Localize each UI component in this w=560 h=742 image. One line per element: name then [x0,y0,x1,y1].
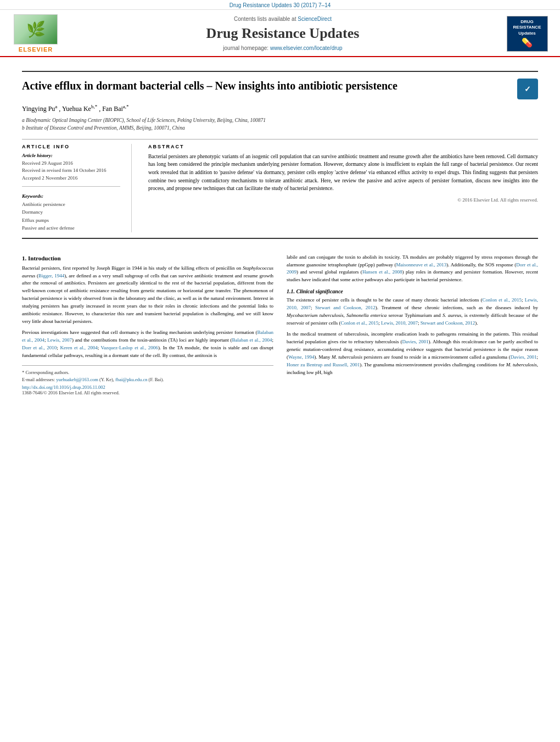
ref-stewart-2012[interactable]: Stewart and Cookson, 2012 [315,305,376,310]
article-rule-mid [22,139,538,140]
ref-balaban-2004b[interactable]: Balaban et al., 2004 [232,337,272,343]
article-title: Active efflux in dormant bacterial cells… [22,79,509,93]
section1-right-para1: labile and can conjugate the toxin to ab… [287,254,538,284]
section1-heading: 1. Introduction [22,255,273,261]
section1-para1: Bacterial persisters, first reported by … [22,265,273,326]
crossmark-badge: ✓ [517,79,538,99]
article-history-title: Article history: [22,153,120,158]
affiliation-a: a Biodynamic Optical Imaging Center (BIO… [22,116,538,124]
authors-line: Yingying Pua , Yuehua Keb,* , Fan Baia,* [22,104,538,113]
homepage-label: journal homepage: [223,45,268,51]
footnote-area: * Corresponding authors. E-mail addresse… [22,365,273,396]
citation-bar: Drug Resistance Updates 30 (2017) 7–14 [0,0,560,10]
keywords-divider [22,186,120,187]
main-content: 1. Introduction Bacterial persisters, fi… [0,246,560,396]
ref-lewis-2007[interactable]: Lewis, 2007 [47,337,72,343]
header-center: Contents lists available at ScienceDirec… [60,16,505,51]
ref-conlon-2015b[interactable]: Conlon et al., 2015 [340,320,378,326]
ref-davies-2001[interactable]: Davies, 2001 [402,339,428,344]
ref-dorr-2010[interactable]: Dorr et al., 2010 [22,345,57,350]
homepage-url[interactable]: www.elsevier.com/locate/drup [270,45,343,51]
article-area: Active efflux in dormant bacterial cells… [0,57,560,239]
email-ke[interactable]: yuehuakebj@163.com [56,377,98,382]
elsevier-label: ELSEVIER [19,46,53,53]
journal-logo-text: DRUGRESISTANCEUpdates [513,19,541,36]
author-bai: , Fan Bai [99,105,123,113]
abstract-label: ABSTRACT [148,144,538,149]
author-ke-sup: b,* [91,104,97,109]
author-bai-sup: a,* [123,104,129,109]
footnote-corresponding: * Corresponding authors. [22,369,273,376]
ref-vazquez-2006[interactable]: Vazquez-Laslop et al., 2006 [101,345,158,350]
svg-text:✓: ✓ [524,85,531,93]
article-info-label: ARTICLE INFO [22,144,120,149]
homepage-line: journal homepage: www.elsevier.com/locat… [71,45,494,51]
species-salmonella: Salmonella enterica [346,313,387,318]
article-info-left: ARTICLE INFO Article history: Received 2… [22,144,132,232]
affiliation-b: b Institute of Disease Control and Preve… [22,124,538,132]
ref-stewart-2012b[interactable]: Stewart and Cookson, 2012 [421,320,475,326]
page: Drug Resistance Updates 30 (2017) 7–14 E… [0,0,560,742]
journal-logo-right: DRUGRESISTANCEUpdates 💊 [505,16,549,52]
species-tb: Mycobacterium tuberculosis [287,313,343,318]
author-pu: Yingying Pu [22,105,55,113]
ref-maisonneuve-2013[interactable]: Maisonneuve et al., 2013 [396,262,447,267]
accepted-date: Accepted 2 November 2016 [22,175,120,182]
species-aureus: S. aureus [443,313,461,318]
ref-davies-2001b[interactable]: Davies, 2001 [511,354,537,360]
ref-conlon-2015[interactable]: Conlon et al., 2015 [483,297,522,303]
elsevier-logo: ELSEVIER [11,14,60,53]
footnote-emails: E-mail addresses: yuehuakebj@163.com (Y.… [22,376,273,383]
article-rule-bottom [22,238,538,239]
section1-para2: Previous investigations have suggested t… [22,329,273,360]
subsection1-heading: 1.1. Clinical significance [287,288,538,294]
keyword-3: Efflux pumps [22,216,120,224]
contents-line: Contents lists available at ScienceDirec… [71,16,494,22]
article-title-row: Active efflux in dormant bacterial cells… [22,79,538,99]
column-right: labile and can conjugate the toxin to ab… [287,254,538,396]
section1-right-para3: In the medical treatment of tuberculosis… [287,331,538,377]
elsevier-logo-graphic [14,14,58,44]
received-revised-date: Received in revised form 14 October 2016 [22,167,120,175]
affiliations: a Biodynamic Optical Imaging Center (BIO… [22,116,538,132]
article-rule-top [22,71,538,72]
email-bai[interactable]: fbai@pku.edu.cn [115,377,147,382]
contents-label: Contents lists available at [234,16,296,22]
keywords-label: Keywords: [22,193,120,199]
ref-lewis-2010b[interactable]: Lewis, 2010, 2007 [381,320,418,326]
sciencedirect-link[interactable]: ScienceDirect [298,16,332,22]
keyword-2: Dormancy [22,208,120,216]
ref-honer-2001[interactable]: Honer zu Bentrup and Russell, 2001 [287,362,360,367]
section1-right-para2: The existence of persister cells is thou… [287,297,538,327]
journal-logo-graphic: 💊 [522,37,533,48]
journal-header: ELSEVIER Contents lists available at Sci… [0,10,560,57]
keywords-section: Keywords: Antibiotic persistence Dormanc… [22,193,120,232]
author-pu-sup: a [55,104,57,109]
citation-text: Drug Resistance Updates 30 (2017) 7–14 [229,2,331,8]
abstract-section: ABSTRACT Bacterial persisters are phenot… [148,144,538,232]
column-left: 1. Introduction Bacterial persisters, fi… [22,254,273,396]
species-mtb: M. tuberculosis [332,354,362,360]
ref-wayne-1994[interactable]: Wayne, 1994 [288,354,315,360]
received-date: Received 29 August 2016 [22,160,120,168]
ref-keren-2004[interactable]: Keren et al., 2004 [60,345,97,350]
doi-line: http://dx.doi.org/10.1016/j.drup.2016.11… [22,384,273,390]
abstract-text: Bacterial persisters are phenotypic vari… [148,153,538,193]
crossmark-icon: ✓ [520,81,535,97]
author-ke: , Yuehua Ke [59,105,91,113]
ref-hansen-2008[interactable]: Hansen et al., 2008 [362,269,402,275]
copyright-line: © 2016 Elsevier Ltd. All rights reserved… [148,197,538,203]
ref-bigger-1944[interactable]: Bigger, 1944 [38,273,64,278]
species-mtb2: M. tuberculosis [506,362,537,367]
article-info-row: ARTICLE INFO Article history: Received 2… [22,144,538,232]
journal-title-header: Drug Resistance Updates [71,25,494,42]
keyword-4: Passive and active defense [22,224,120,232]
issn-line: 1368-7646/© 2016 Elsevier Ltd. All right… [22,390,273,395]
doi-link[interactable]: http://dx.doi.org/10.1016/j.drup.2016.11… [22,384,105,390]
keyword-1: Antibiotic persistence [22,200,120,208]
journal-logo-box: DRUGRESISTANCEUpdates 💊 [507,16,548,52]
